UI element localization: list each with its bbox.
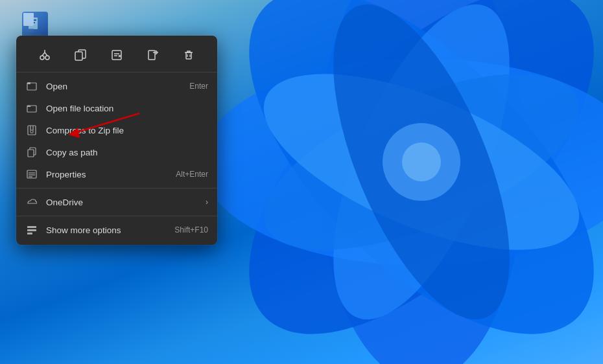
separator-1 xyxy=(16,188,217,188)
svg-line-17 xyxy=(42,52,45,56)
svg-rect-40 xyxy=(28,150,34,157)
delete-icon xyxy=(183,49,195,61)
copy-icon xyxy=(75,49,86,61)
share-icon xyxy=(147,49,159,61)
svg-rect-38 xyxy=(30,130,33,133)
svg-point-9 xyxy=(402,142,441,181)
share-button[interactable] xyxy=(141,43,165,67)
onedrive-label: OneDrive xyxy=(46,198,203,207)
show-more-label: Show more options xyxy=(46,225,169,235)
context-menu: Open Enter Open file location Compress t… xyxy=(16,36,217,245)
folder-icon xyxy=(25,102,38,115)
compress-label: Compress to Zip file xyxy=(46,126,208,135)
separator-2 xyxy=(16,216,217,216)
rename-button[interactable] xyxy=(105,43,128,67)
svg-rect-22 xyxy=(112,51,121,60)
desktop-icon-image xyxy=(22,12,48,38)
menu-item-compress[interactable]: Compress to Zip file xyxy=(16,119,217,141)
svg-rect-47 xyxy=(27,233,32,234)
svg-rect-27 xyxy=(148,51,155,60)
more-icon xyxy=(25,223,38,236)
svg-rect-21 xyxy=(75,52,82,60)
open-shortcut: Enter xyxy=(189,82,208,91)
wallpaper-bloom xyxy=(201,0,603,364)
copy-as-path-label: Copy as path xyxy=(46,148,208,157)
menu-item-onedrive[interactable]: OneDrive › xyxy=(16,191,217,213)
zip-icon xyxy=(25,124,38,137)
svg-rect-33 xyxy=(27,82,30,84)
svg-rect-29 xyxy=(186,52,191,59)
properties-label: Properties xyxy=(46,170,171,179)
svg-point-15 xyxy=(40,56,44,60)
onedrive-arrow: › xyxy=(206,198,208,207)
open-icon xyxy=(25,80,38,93)
copy-path-icon xyxy=(25,146,38,159)
menu-item-copy-as-path[interactable]: Copy as path xyxy=(16,141,217,163)
show-more-shortcut: Shift+F10 xyxy=(174,225,208,234)
properties-icon xyxy=(25,168,38,181)
svg-line-18 xyxy=(45,52,47,56)
svg-point-16 xyxy=(45,56,49,60)
delete-button[interactable] xyxy=(177,43,200,67)
properties-shortcut: Alt+Enter xyxy=(176,170,208,179)
context-toolbar xyxy=(16,40,217,73)
svg-rect-13 xyxy=(30,25,34,26)
svg-rect-46 xyxy=(27,229,36,231)
shortcut-icon xyxy=(26,16,44,34)
svg-rect-10 xyxy=(29,17,38,29)
open-label: Open xyxy=(46,82,184,91)
cut-button[interactable] xyxy=(33,43,56,67)
menu-item-open-file-location[interactable]: Open file location xyxy=(16,97,217,119)
svg-rect-45 xyxy=(27,226,36,228)
menu-item-show-more[interactable]: Show more options Shift+F10 xyxy=(16,219,217,241)
onedrive-icon xyxy=(25,196,38,209)
cut-icon xyxy=(39,49,51,61)
copy-button[interactable] xyxy=(69,43,92,67)
svg-rect-14 xyxy=(27,28,34,32)
svg-rect-12 xyxy=(30,22,35,23)
menu-item-properties[interactable]: Properties Alt+Enter xyxy=(16,163,217,185)
svg-rect-11 xyxy=(30,19,36,21)
open-file-location-label: Open file location xyxy=(46,104,208,113)
rename-icon xyxy=(111,49,123,61)
menu-item-open[interactable]: Open Enter xyxy=(16,75,217,97)
